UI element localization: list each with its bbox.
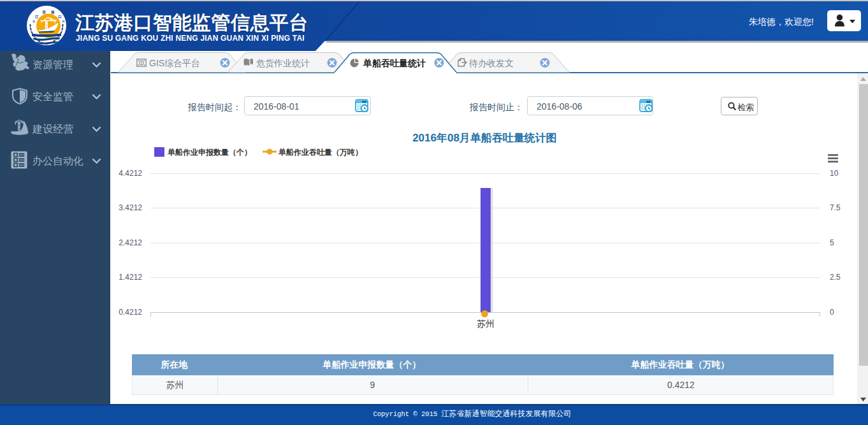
svg-text:港: 港 <box>50 10 55 15</box>
svg-text:口: 口 <box>58 15 62 19</box>
svg-text:苏: 苏 <box>42 10 47 15</box>
svg-text:江: 江 <box>34 15 39 19</box>
